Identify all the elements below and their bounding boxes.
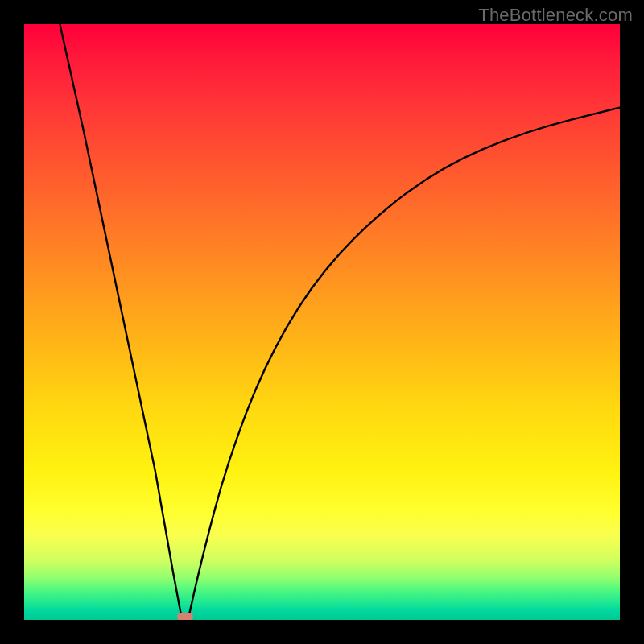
chart-frame: TheBottleneck.com <box>0 0 644 644</box>
plot-area <box>24 24 620 620</box>
watermark-text: TheBottleneck.com <box>478 5 633 26</box>
bottleneck-curve <box>24 24 620 620</box>
optimum-marker <box>177 613 193 620</box>
